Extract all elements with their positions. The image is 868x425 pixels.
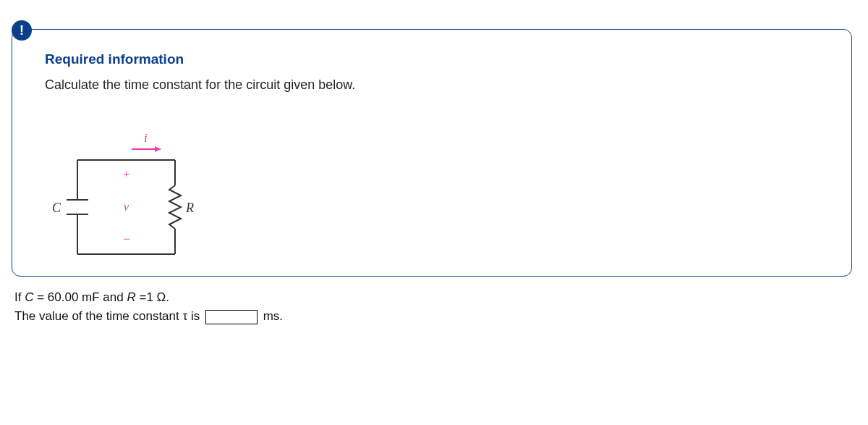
- answer-line: The value of the time constant τ is ms.: [14, 309, 283, 323]
- polarity-minus: −: [123, 232, 130, 246]
- unit-label: ms.: [263, 309, 283, 323]
- txt: = 60.00 mF and: [33, 290, 127, 304]
- required-info-body: Calculate the time constant for the circ…: [45, 77, 355, 93]
- time-constant-input[interactable]: [205, 310, 258, 324]
- required-info-title: Required information: [45, 51, 184, 67]
- resistor-label: R: [185, 201, 194, 215]
- current-label: i: [144, 131, 148, 145]
- polarity-plus: +: [123, 168, 129, 180]
- txt: =1 Ω.: [136, 290, 169, 304]
- circuit-diagram: C R i + v −: [45, 117, 211, 261]
- sym-r: R: [127, 290, 135, 304]
- sym-c: C: [25, 290, 33, 304]
- required-info-box: Required information Calculate the time …: [12, 29, 852, 277]
- question-text: If C = 60.00 mF and R =1 Ω. The value of…: [14, 288, 283, 327]
- txt: The value of the time constant τ is: [14, 309, 200, 323]
- svg-marker-9: [155, 146, 161, 152]
- capacitor-label: C: [52, 201, 61, 215]
- alert-icon: !: [12, 20, 32, 41]
- voltage-label: v: [124, 201, 129, 213]
- given-line: If C = 60.00 mF and R =1 Ω.: [14, 290, 169, 304]
- txt: If: [14, 290, 25, 304]
